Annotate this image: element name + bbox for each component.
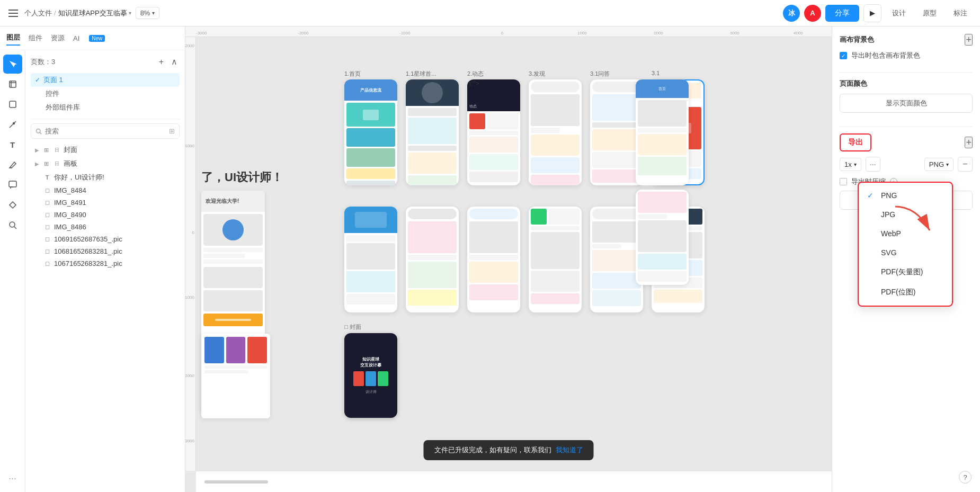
breadcrumb-home[interactable]: 个人文件 — [24, 8, 52, 18]
export-add-button[interactable]: + — [965, 137, 973, 148]
tool-select[interactable] — [3, 55, 22, 74]
layer-panel: 页数：3 + ∧ ✓ 页面 1 控件 外部组件库 ⊞ — [25, 50, 185, 492]
tool-pen[interactable] — [3, 115, 22, 134]
layer-item-img5[interactable]: ◻ 10691652687635_.pic — [31, 233, 180, 245]
tab-assets[interactable]: 资源 — [51, 31, 65, 45]
page-item-external[interactable]: 外部组件库 — [31, 101, 180, 114]
tab-prototype[interactable]: 原型 — [916, 5, 943, 21]
add-page-button[interactable]: + — [157, 56, 166, 68]
frame-main-2: 1.1星球首... — [406, 79, 459, 185]
layer-item-text[interactable]: T 你好，UI设计师! — [31, 171, 180, 184]
frame-main-3: 2.动态 ');"> 动态 — [467, 79, 520, 185]
page-item-1[interactable]: ✓ 页面 1 — [31, 73, 180, 87]
layer-item-img7[interactable]: ◻ 10671652683281_.pic — [31, 257, 180, 270]
page-color-header: 页面颜色 — [840, 79, 973, 88]
panel-tabs: 图层 组件 资源 AI New — [0, 26, 185, 50]
format-option-webp[interactable]: WebP — [859, 224, 952, 243]
layer-name-img6: 10681652683281_.pic — [54, 247, 122, 255]
breadcrumb: 个人文件 / 知识星球APP交互临摹 ▾ — [24, 8, 131, 18]
help-button[interactable]: ? — [959, 471, 972, 484]
page-item-controls[interactable]: 控件 — [31, 87, 180, 101]
layer-item-img2[interactable]: ◻ IMG_8491 — [31, 196, 180, 209]
format-option-png-label: PNG — [881, 191, 897, 200]
tab-layers[interactable]: 图层 — [6, 31, 20, 46]
tool-component[interactable] — [3, 195, 22, 214]
layer-name-text: 你好，UI设计师! — [54, 173, 104, 182]
canvas-area[interactable]: -3000 -2000 -1000 0 1000 2000 3000 4000 … — [185, 26, 832, 492]
tool-shape[interactable] — [3, 95, 22, 114]
format-option-png[interactable]: ✓ PNG — [859, 186, 952, 205]
tool-frame[interactable] — [3, 75, 22, 94]
tool-search[interactable] — [3, 216, 22, 235]
image-icon-4: ◻ — [43, 223, 51, 231]
export-section: 导出 + 1x ▾ ··· PNG ▾ ✓ PNG — [840, 133, 973, 210]
show-color-button[interactable]: 显示页面颜色 — [840, 94, 973, 113]
ruler-left: -2000 -1000 0 1000 2000 3000 — [185, 37, 196, 471]
text-icon: T — [43, 174, 51, 181]
canvas-content[interactable]: 了，UI设计师！ 欢迎光临大学! — [196, 37, 832, 471]
horizontal-scrollbar[interactable] — [204, 480, 268, 484]
section-divider-1 — [840, 72, 973, 73]
tool-sidebar: T ··· — [0, 50, 25, 492]
frame-label-3: 2.动态 — [467, 70, 484, 78]
remove-export-button[interactable]: − — [958, 157, 973, 172]
export-bg-checkbox[interactable]: ✓ — [840, 52, 847, 59]
share-button[interactable]: 分享 — [825, 5, 859, 22]
ruler-top: -3000 -2000 -1000 0 1000 2000 3000 4000 — [185, 26, 832, 37]
collapse-pages-button[interactable]: ∧ — [169, 56, 180, 68]
export-button[interactable]: 导出 — [840, 133, 871, 151]
format-dropdown-menu: ✓ PNG JPG WebP SVG — [858, 182, 953, 307]
format-option-svg[interactable]: SVG — [859, 243, 952, 262]
avatar-user[interactable]: 冰 — [783, 5, 800, 22]
tab-annotate[interactable]: 标注 — [947, 5, 974, 21]
tool-pencil[interactable] — [3, 155, 22, 174]
format-option-jpg-label: JPG — [881, 210, 895, 219]
layer-search-bar[interactable]: ⊞ — [31, 123, 180, 139]
zoom-control[interactable]: 8% ▾ — [136, 7, 160, 19]
frame-label-6: 3.1 — [652, 70, 660, 76]
expand-board-icon[interactable]: ▶ — [35, 161, 39, 167]
avatar-a[interactable]: A — [804, 5, 821, 22]
layer-item-board[interactable]: ▶ ⊞ 日 画板 — [31, 157, 180, 171]
layer-name-img1: IMG_8484 — [54, 186, 86, 194]
left-panel: 图层 组件 资源 AI New T — [0, 26, 185, 492]
format-option-pdf-raster[interactable]: PDF(位图) — [859, 282, 952, 302]
format-option-pdf-vector[interactable]: PDF(矢量图) — [859, 262, 952, 282]
section-divider-2 — [840, 127, 973, 127]
tab-components[interactable]: 组件 — [29, 31, 42, 45]
format-option-pdf-vector-label: PDF(矢量图) — [881, 267, 923, 277]
filter-icon[interactable]: ⊞ — [169, 127, 175, 135]
toast-link[interactable]: 我知道了 — [556, 445, 583, 455]
tab-ai[interactable]: AI — [73, 32, 79, 44]
hamburger-icon[interactable] — [6, 7, 20, 19]
canvas-bg-add-button[interactable]: + — [965, 34, 973, 46]
layer-search-input[interactable] — [45, 127, 166, 135]
svg-rect-5 — [9, 181, 16, 187]
check-icon: ✓ — [841, 53, 845, 59]
format-option-svg-label: SVG — [881, 248, 897, 257]
bottom-scrollbar-area[interactable] — [196, 471, 832, 492]
tool-text[interactable]: T — [3, 135, 22, 154]
play-button[interactable]: ▶ — [863, 4, 881, 22]
tool-comment[interactable] — [3, 175, 22, 194]
layer-name-img3: IMG_8490 — [54, 211, 86, 219]
layer-item-img1[interactable]: ◻ IMG_8484 — [31, 184, 180, 196]
scale-select[interactable]: 1x ▾ — [840, 158, 861, 171]
compress-checkbox[interactable] — [840, 178, 847, 185]
format-select[interactable]: PNG ▾ ✓ PNG JPG — [924, 158, 954, 171]
format-option-jpg[interactable]: JPG — [859, 205, 952, 224]
layer-item-img6[interactable]: ◻ 10681652683281_.pic — [31, 245, 180, 257]
more-options-button[interactable]: ··· — [866, 157, 880, 172]
tab-design[interactable]: 设计 — [886, 5, 912, 21]
format-option-pdf-raster-label: PDF(位图) — [881, 288, 915, 297]
layer-item-cover[interactable]: ▶ ⊞ 日 封面 — [31, 143, 180, 157]
tool-more[interactable]: ··· — [3, 469, 22, 488]
svg-point-7 — [10, 222, 15, 227]
layer-item-img4[interactable]: ◻ IMG_8486 — [31, 221, 180, 233]
layer-item-img3[interactable]: ◻ IMG_8490 — [31, 209, 180, 221]
frame-label-1: 1.首页 — [344, 70, 361, 78]
layer-name-img2: IMG_8491 — [54, 199, 86, 207]
layer-name-img4: IMG_8486 — [54, 223, 86, 231]
expand-icon[interactable]: ▶ — [35, 147, 39, 153]
breadcrumb-current[interactable]: 知识星球APP交互临摹 ▾ — [58, 8, 131, 18]
